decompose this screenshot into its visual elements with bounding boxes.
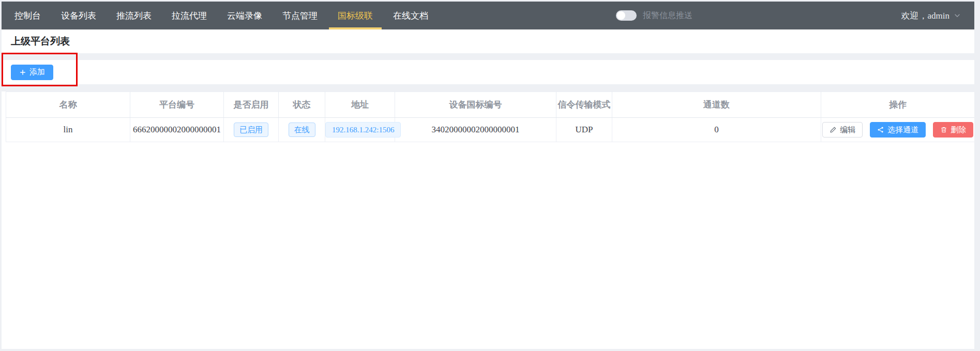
nav-item-cloud-record[interactable]: 云端录像 — [218, 2, 271, 29]
column-header-device-gb-id: 设备国标编号 — [395, 92, 556, 118]
welcome-text: 欢迎，admin — [901, 10, 950, 22]
nav-item-push-list[interactable]: 推流列表 — [108, 2, 160, 29]
cell-channel-count: 0 — [612, 118, 821, 142]
cell-platform-id: 66620000002000000001 — [130, 118, 224, 142]
cell-status: 在线 — [279, 118, 325, 142]
nav-item-online-docs[interactable]: 在线文档 — [384, 2, 437, 29]
nav-item-pull-proxy[interactable]: 拉流代理 — [163, 2, 216, 29]
cell-operations: 编辑 选择通道 — [821, 118, 975, 142]
edit-button-label: 编辑 — [840, 125, 855, 135]
page-title: 上级平台列表 — [11, 35, 70, 48]
spacer — [2, 84, 974, 91]
alarm-push-group: 报警信息推送 — [616, 2, 692, 29]
column-header-platform-id: 平台编号 — [130, 92, 224, 118]
column-header-enabled: 是否启用 — [224, 92, 279, 118]
column-header-transport-mode: 信令传输模式 — [556, 92, 612, 118]
pen-icon — [830, 126, 837, 133]
app-container: 控制台 设备列表 推流列表 拉流代理 云端录像 节点管理 国标级联 在线文档 报… — [2, 2, 974, 349]
cell-device-gb-id: 34020000002000000001 — [395, 118, 556, 142]
status-badge: 在线 — [289, 123, 315, 137]
delete-button[interactable]: 删除 — [933, 122, 973, 138]
enabled-badge: 已启用 — [234, 123, 268, 137]
spacer — [2, 53, 974, 60]
add-button-label: 添加 — [29, 67, 45, 77]
alarm-push-toggle[interactable] — [616, 10, 637, 21]
edit-button[interactable]: 编辑 — [822, 122, 863, 138]
toolbar: 添加 — [2, 60, 974, 84]
share-icon — [877, 126, 884, 133]
nav-item-device-list[interactable]: 设备列表 — [52, 2, 105, 29]
title-bar: 上级平台列表 — [2, 29, 974, 53]
column-header-operations: 操作 — [821, 92, 975, 118]
plus-icon — [19, 69, 26, 76]
add-button[interactable]: 添加 — [11, 65, 53, 80]
cell-transport-mode: UDP — [556, 118, 612, 142]
trash-icon — [940, 126, 947, 133]
column-header-channel-count: 通道数 — [612, 92, 821, 118]
column-header-status: 状态 — [279, 92, 325, 118]
alarm-push-label: 报警信息推送 — [643, 10, 692, 21]
top-navbar: 控制台 设备列表 推流列表 拉流代理 云端录像 节点管理 国标级联 在线文档 报… — [2, 2, 974, 29]
delete-button-label: 删除 — [951, 125, 966, 135]
nav-item-console[interactable]: 控制台 — [6, 2, 50, 29]
cell-name: lin — [6, 118, 130, 142]
platform-table-panel: 名称 平台编号 是否启用 状态 地址 设备国标编号 信令传输模式 通道数 操作 … — [2, 91, 974, 349]
toggle-knob — [617, 11, 625, 20]
column-header-address: 地址 — [325, 92, 395, 118]
user-menu[interactable]: 欢迎，admin — [901, 2, 961, 29]
cell-enabled: 已启用 — [224, 118, 279, 142]
table-row: lin 66620000002000000001 已启用 在线 192.168.… — [6, 118, 975, 142]
select-channel-button[interactable]: 选择通道 — [870, 122, 926, 138]
chevron-down-icon — [954, 12, 961, 19]
cell-address: 192.168.1.242:1506 — [325, 118, 395, 142]
column-header-name: 名称 — [6, 92, 130, 118]
address-tag: 192.168.1.242:1506 — [325, 122, 401, 138]
table-header-row: 名称 平台编号 是否启用 状态 地址 设备国标编号 信令传输模式 通道数 操作 — [6, 92, 975, 118]
platform-table: 名称 平台编号 是否启用 状态 地址 设备国标编号 信令传输模式 通道数 操作 … — [6, 91, 974, 142]
select-channel-label: 选择通道 — [887, 125, 918, 135]
nav-item-node-manage[interactable]: 节点管理 — [274, 2, 326, 29]
nav-item-gb-cascade[interactable]: 国标级联 — [329, 2, 382, 29]
